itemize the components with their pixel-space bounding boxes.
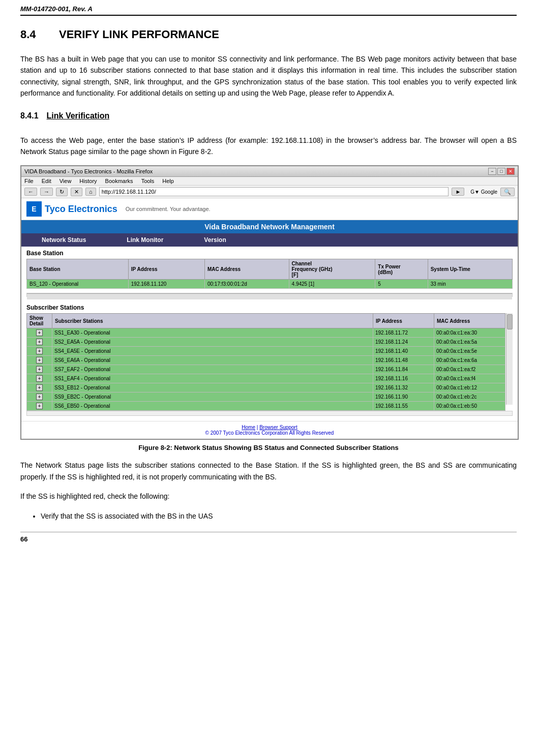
- ss-row-name: SS4_EA5E - Operational: [52, 347, 373, 356]
- table-row: + SS3_EB12 - Operational 192.166.11.32 0…: [27, 383, 505, 392]
- ss-row-name: SS1_EA30 - Operational: [52, 328, 373, 338]
- forward-btn[interactable]: →: [40, 188, 53, 196]
- footer: Home | Browser Support © 2007 Tyco Elect…: [21, 421, 518, 439]
- ss-row-ip: 192.168.11.40: [373, 347, 434, 356]
- table-row: + SS2_EA5A - Operational 192.168.11.24 0…: [27, 338, 505, 347]
- bullet-item-1: Verify that the SS is associated with th…: [41, 510, 517, 522]
- ss-col-showdetail: ShowDetail: [27, 314, 52, 328]
- ss-table-body: + SS1_EA30 - Operational 192.168.11.72 0…: [27, 328, 505, 411]
- refresh-btn[interactable]: ↻: [56, 188, 68, 196]
- back-btn[interactable]: ←: [24, 188, 37, 196]
- ss-row-mac: 00:a0:0a:c1:ea:30: [434, 328, 505, 338]
- stop-btn[interactable]: ✕: [71, 188, 82, 196]
- ss-table-container: ShowDetail Subscriber Stations IP Addres…: [26, 313, 513, 411]
- footer-browser-support-link[interactable]: Browser Support: [259, 425, 297, 430]
- ss-plus-btn[interactable]: +: [27, 347, 52, 356]
- ss-row-ip: 192.168.11.72: [373, 328, 434, 338]
- minimize-btn[interactable]: −: [488, 168, 496, 175]
- bullet-list: Verify that the SS is associated with th…: [41, 510, 517, 522]
- browser-page-content: E Tyco Electronics Our commitment. Your …: [21, 198, 518, 439]
- vertical-scrollbar[interactable]: [506, 313, 513, 405]
- table-row: + SS7_EAF2 - Operational 192.166.11.84 0…: [27, 365, 505, 374]
- subsection-header: 8.4.1 Link Verification: [20, 107, 517, 128]
- browser-window: VIDA Broadband - Tyco Electronics - Mozi…: [20, 165, 519, 440]
- bs-col-name: Base Station: [27, 259, 129, 280]
- ss-horizontal-scrollbar[interactable]: [26, 411, 513, 416]
- ss-col-name: Subscriber Stations: [52, 314, 373, 328]
- ss-row-mac: 00:a0:0a:c1:ea:f2: [434, 365, 505, 374]
- ss-row-name: SS6_EA6A - Operational: [52, 356, 373, 365]
- ss-row-ip: 192.166.11.48: [373, 356, 434, 365]
- scrollbar-thumb[interactable]: [507, 314, 513, 329]
- bs-col-ip: IP Address: [128, 259, 204, 280]
- ss-row-mac: 00:a0:0a:c1:ea:5a: [434, 338, 505, 347]
- bs-row-ip: 192.168.11.120: [128, 280, 204, 289]
- tab-link-monitor[interactable]: Link Monitor: [106, 233, 184, 247]
- ss-row-ip: 192.166.11.84: [373, 365, 434, 374]
- ss-plus-btn[interactable]: +: [27, 328, 52, 338]
- ss-plus-btn[interactable]: +: [27, 374, 52, 383]
- menu-help[interactable]: Help: [162, 178, 174, 184]
- browser-toolbar: ← → ↻ ✕ ⌂ ► G▼ Google 🔍: [21, 186, 518, 198]
- search-box-label: G▼ Google: [470, 189, 497, 195]
- footer-copyright: © 2007 Tyco Electronics Corporation All …: [24, 430, 515, 436]
- table-row: + SS6_EA6A - Operational 192.166.11.48 0…: [27, 356, 505, 365]
- ss-plus-btn[interactable]: +: [27, 365, 52, 374]
- bs-row-uptime: 33 min: [428, 280, 512, 289]
- body-text-3: The Network Status page lists the subscr…: [20, 460, 517, 482]
- ss-plus-btn[interactable]: +: [27, 402, 52, 411]
- ss-row-ip: 192.166.11.90: [373, 392, 434, 402]
- menu-view[interactable]: View: [59, 178, 72, 184]
- logo-letter: E: [32, 205, 36, 213]
- address-bar[interactable]: [99, 187, 449, 196]
- menu-history[interactable]: History: [79, 178, 97, 184]
- tab-version[interactable]: Version: [184, 233, 246, 247]
- bs-row-name: BS_120 - Operational: [27, 280, 129, 289]
- close-btn[interactable]: ✕: [506, 168, 515, 175]
- ss-row-mac: 00:a0:0a:c1:eb:2c: [434, 392, 505, 402]
- ss-row-mac: 00:a0:0a:c1:ea:5e: [434, 347, 505, 356]
- bs-col-mac: MAC Address: [204, 259, 289, 280]
- section-number: 8.4: [20, 28, 51, 41]
- doc-header: MM-014720-001, Rev. A: [20, 5, 517, 16]
- menu-tools[interactable]: Tools: [141, 178, 155, 184]
- ss-plus-btn[interactable]: +: [27, 338, 52, 347]
- ss-row-mac: 00:a0:0a:c1:ea:6a: [434, 356, 505, 365]
- search-btn[interactable]: 🔍: [500, 188, 515, 196]
- ss-row-name: SS3_EB12 - Operational: [52, 383, 373, 392]
- tyco-logo-icon: E: [26, 201, 42, 217]
- tab-network-status[interactable]: Network Status: [21, 233, 106, 247]
- bs-row-mac: 00:17:f3:00:01:2d: [204, 280, 289, 289]
- menu-file[interactable]: File: [24, 178, 34, 184]
- body-text-2: To access the Web page, enter the base s…: [20, 135, 517, 158]
- body-text-1: The BS has a built in Web page that you …: [20, 53, 517, 99]
- ss-row-name: SS9_EB2C - Operational: [52, 392, 373, 402]
- subsection-title: Link Verification: [47, 111, 110, 120]
- table-row: BS_120 - Operational 192.168.11.120 00:1…: [27, 280, 513, 289]
- table-row: + SS6_EB50 - Operational 192.168.11.55 0…: [27, 402, 505, 411]
- base-station-section: Base Station Base Station IP Address MAC…: [21, 247, 518, 301]
- ss-row-mac: 00:a0:0a:c1:eb:12: [434, 383, 505, 392]
- menu-edit[interactable]: Edit: [42, 178, 51, 184]
- nav-tabs: Network Status Link Monitor Version: [21, 233, 518, 247]
- base-station-table: Base Station IP Address MAC Address Chan…: [26, 259, 513, 289]
- ss-row-ip: 192.166.11.32: [373, 383, 434, 392]
- ss-row-name: SS7_EAF2 - Operational: [52, 365, 373, 374]
- table-row: + SS9_EB2C - Operational 192.166.11.90 0…: [27, 392, 505, 402]
- vida-banner: Vida Broadband Network Management: [21, 220, 518, 233]
- subscriber-section: Subscriber Stations ShowDetail Subscribe…: [21, 301, 518, 419]
- tagline: Our commitment. Your advantage.: [126, 206, 211, 212]
- horizontal-scrollbar[interactable]: [27, 293, 512, 299]
- page-number: 66: [20, 532, 517, 543]
- go-btn[interactable]: ►: [452, 188, 464, 196]
- ss-row-name: SS2_EA5A - Operational: [52, 338, 373, 347]
- tyco-name-group: Tyco Electronics: [45, 204, 117, 215]
- maximize-btn[interactable]: □: [497, 168, 505, 175]
- menu-bookmarks[interactable]: Bookmarks: [105, 178, 133, 184]
- ss-plus-btn[interactable]: +: [27, 383, 52, 392]
- home-btn[interactable]: ⌂: [85, 188, 96, 196]
- ss-plus-btn[interactable]: +: [27, 392, 52, 402]
- figure-caption: Figure 8-2: Network Status Showing BS St…: [20, 444, 517, 451]
- ss-plus-btn[interactable]: +: [27, 356, 52, 365]
- footer-home-link[interactable]: Home: [242, 425, 255, 430]
